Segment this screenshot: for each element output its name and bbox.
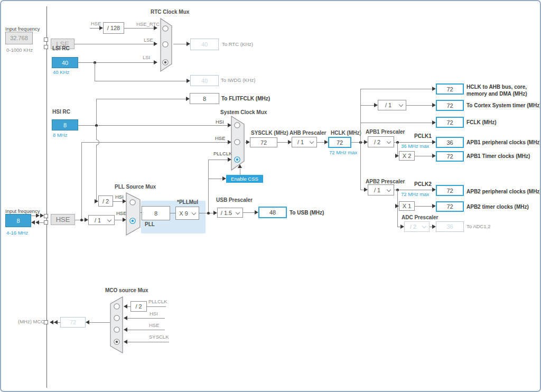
wire xyxy=(415,156,432,156)
hse-divider-dropdown[interactable]: / 1 xyxy=(88,215,115,225)
pllmul-value: X 9 xyxy=(179,210,188,217)
hclk-value-box[interactable]: 72 xyxy=(328,137,351,148)
arrow xyxy=(40,213,44,218)
apb2-peripheral-value-box: 72 xyxy=(436,185,464,196)
system-mux-title: System Clock Mux xyxy=(220,109,267,115)
hse-input-range-label: 4-16 MHz xyxy=(6,230,28,236)
wire xyxy=(277,142,288,143)
arrow xyxy=(374,103,378,107)
mco-mux-radio-pllclk[interactable] xyxy=(114,304,119,309)
apb1-prescaler-dropdown[interactable]: / 2 xyxy=(368,136,394,147)
wire xyxy=(96,145,97,201)
arrow xyxy=(432,225,436,229)
usb-label: To USB (MHz) xyxy=(290,210,324,216)
hse-input-frequency-label: Input frequency xyxy=(5,208,40,214)
arrow xyxy=(432,188,436,192)
pll-mux-radio-hsi[interactable] xyxy=(130,200,135,205)
rtc-mux-radio-lse[interactable] xyxy=(163,42,168,47)
wire xyxy=(95,81,186,81)
wire xyxy=(208,160,209,213)
fclk-label: FCLK (MHz) xyxy=(467,119,497,125)
ahb-prescaler-title: AHB Prescaler xyxy=(290,130,326,136)
arrow xyxy=(432,120,436,125)
chevron-down-icon xyxy=(107,217,111,221)
usb-prescaler-dropdown[interactable]: / 1.5 xyxy=(217,208,243,218)
pclk2-max-label: 72 MHz max xyxy=(401,191,429,197)
hsi-frequency-label: 8 MHz xyxy=(53,132,67,138)
usb-prescaler-value: / 1.5 xyxy=(221,210,232,216)
sys-pllclk-wire-label: PLLCLK xyxy=(213,151,232,156)
fclk-value-box: 72 xyxy=(436,117,464,128)
hclk-ahb-label-line2: memory and DMA (MHz) xyxy=(467,91,527,97)
adc-prescaler-value: / 2 xyxy=(410,223,416,230)
lse-input-frequency-label: Input frequency xyxy=(5,26,40,32)
hclk-max-label: 72 MHz max xyxy=(329,150,357,155)
pllmul-dropdown[interactable]: X 9 xyxy=(175,207,199,220)
hclk-ahb-label-line1: HCLK to AHB bus, core, xyxy=(467,84,527,90)
ahb-prescaler-dropdown[interactable]: / 1 xyxy=(292,137,317,147)
to-rtc-value-box: 40 xyxy=(190,39,219,50)
arrow xyxy=(222,176,226,181)
arrow xyxy=(364,140,368,144)
arrow xyxy=(35,220,39,225)
pllmul-label: *PLLMul xyxy=(177,199,198,205)
mco-sysclk-wire-label: SYSCLK xyxy=(149,334,169,340)
pclk2-label: PCLK2 xyxy=(414,181,432,187)
main-clock-rail xyxy=(46,6,47,388)
mco-mux-radio-hsi[interactable] xyxy=(114,315,119,321)
wire xyxy=(81,142,82,220)
arrow xyxy=(154,26,157,30)
to-flitfclk-value-box: 8 xyxy=(190,93,219,104)
mco-mux-radio-hse[interactable] xyxy=(114,327,119,332)
apb1-peripheral-label: APB1 peripheral clocks (MHz) xyxy=(467,139,541,145)
enable-css-button[interactable]: Enable CSS xyxy=(226,175,263,183)
lsi-wire-label: LSI xyxy=(143,54,150,60)
usb-value-box: 48 xyxy=(258,207,287,218)
sys-mux-radio-hsi[interactable] xyxy=(235,123,240,128)
pll-input-value-box: 8 xyxy=(142,206,170,220)
hclk-ahb-value-box: 72 xyxy=(436,83,464,95)
wire xyxy=(113,201,123,202)
hsi-title: HSI RC xyxy=(52,109,70,115)
arrow xyxy=(288,140,292,144)
arrow xyxy=(95,199,98,203)
lsi-value-box: 40 xyxy=(52,57,78,68)
hsi-value-box: 8 xyxy=(52,119,78,130)
pll-source-mux[interactable] xyxy=(125,192,141,236)
rtc-clock-mux[interactable] xyxy=(160,17,173,72)
wire xyxy=(351,142,365,143)
arrow xyxy=(124,316,127,320)
wire xyxy=(127,318,165,319)
apb2-prescaler-dropdown[interactable]: / 1 xyxy=(368,184,394,195)
arrow xyxy=(364,188,368,192)
arrow xyxy=(124,328,127,332)
mco-value-box: 72 xyxy=(60,317,86,328)
apb1-prescaler-value: / 2 xyxy=(374,139,380,145)
rtc-mux-radio-hse-rtc[interactable] xyxy=(163,26,168,31)
pll-mux-radio-hse-selected xyxy=(132,220,134,222)
chevron-down-icon xyxy=(387,187,391,191)
arrow xyxy=(400,225,404,229)
wire xyxy=(199,213,214,213)
chevron-down-icon xyxy=(399,102,403,107)
system-clock-mux[interactable] xyxy=(230,115,245,171)
hse-connector-square-bottom xyxy=(44,220,48,225)
wire xyxy=(317,142,325,143)
cortex-prescaler-dropdown[interactable]: / 1 xyxy=(378,100,406,110)
wire xyxy=(96,126,97,139)
hse-input-frequency-field[interactable]: 8 xyxy=(5,214,31,227)
adc-prescaler-title: ADC Prescaler xyxy=(402,214,438,220)
lse-connector-square-bottom xyxy=(44,45,48,49)
chevron-down-icon xyxy=(192,210,196,214)
clock-configuration-canvas: Input frequency 32.768 0-1000 KHz LSE LS… xyxy=(0,0,541,392)
wire xyxy=(75,220,85,220)
wire xyxy=(173,44,187,44)
lse-input-frequency-field[interactable]: 32.768 xyxy=(5,32,33,44)
sys-mux-radio-hse[interactable] xyxy=(235,139,240,145)
mco-mux-title: MCO source Mux xyxy=(105,287,148,293)
apb2-prescaler-value: / 1 xyxy=(374,187,380,193)
arrow-up xyxy=(238,164,242,168)
arrow xyxy=(86,320,89,324)
arrow xyxy=(124,304,127,309)
mco-source-mux[interactable] xyxy=(109,296,124,354)
